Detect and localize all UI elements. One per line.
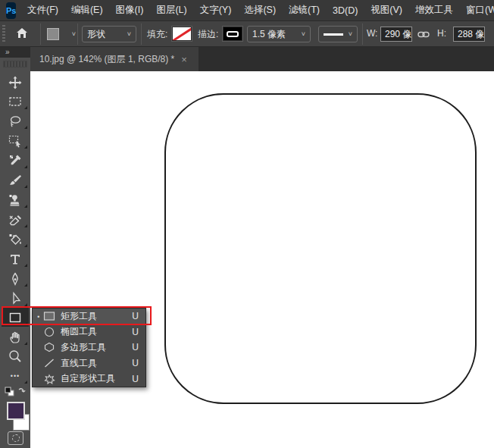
type-tool-button[interactable]: [2, 249, 29, 268]
options-bar-grip[interactable]: [2, 25, 5, 43]
clone-stamp-tool-button[interactable]: [2, 190, 29, 209]
menu-image[interactable]: 图像(I): [109, 0, 150, 21]
paint-bucket-icon: [8, 232, 23, 247]
foreground-color-swatch[interactable]: [7, 402, 25, 420]
toolbar-collapse-button[interactable]: »: [0, 47, 30, 58]
stroke-style-select[interactable]: ˅: [318, 26, 358, 42]
flyout-corner-icon: [24, 126, 27, 129]
brush-tool-button[interactable]: [2, 171, 29, 190]
stroke-preview-icon: [227, 31, 239, 37]
stroke-label: 描边:: [198, 28, 218, 41]
options-separator: [77, 23, 78, 45]
width-label: W:: [367, 28, 377, 39]
type-icon: [8, 252, 23, 267]
menu-file[interactable]: 文件(F): [20, 0, 64, 21]
flyout-item-label: 多边形工具: [61, 341, 106, 354]
move-tool-button[interactable]: [2, 73, 29, 92]
path-selection-tool-button[interactable]: [2, 289, 29, 308]
flyout-corner-icon: [24, 381, 27, 384]
no-fill-slash-icon: [172, 27, 192, 41]
rectangle-tool-button[interactable]: [2, 308, 29, 327]
eraser-tool-button[interactable]: [2, 210, 29, 229]
link-dimensions-icon[interactable]: [417, 29, 430, 42]
menu-view[interactable]: 视图(V): [364, 0, 409, 21]
tool-preset-dropdown[interactable]: ˅: [47, 27, 76, 42]
rounded-rectangle-shape[interactable]: [164, 93, 477, 404]
options-separator: [362, 23, 363, 45]
menu-window[interactable]: 窗口(W): [460, 0, 494, 21]
flyout-item-label: 自定形状工具: [61, 372, 115, 385]
ellipsis-icon: •••: [11, 372, 20, 380]
object-selection-tool-button[interactable]: [2, 131, 29, 150]
hand-icon: [8, 330, 23, 345]
menu-layer[interactable]: 图层(L): [150, 0, 193, 21]
menu-select[interactable]: 选择(S): [238, 0, 283, 21]
flyout-item-shortcut: U: [132, 311, 139, 321]
photoshop-logo-icon: Ps: [6, 2, 16, 19]
rectangle-tool-icon: [42, 311, 57, 321]
hand-tool-button[interactable]: [2, 327, 29, 346]
ellipse-tool-icon: [42, 327, 57, 337]
rectangle-icon: [8, 310, 23, 325]
flyout-item-rectangle-tool[interactable]: ▪ 矩形工具 U: [33, 309, 145, 324]
flyout-corner-icon: [24, 284, 27, 287]
flyout-item-line-tool[interactable]: 直线工具 U: [33, 356, 145, 371]
shape-tools-flyout-menu: ▪ 矩形工具 U 椭圆工具 U 多边形工具 U: [32, 308, 146, 387]
stroke-width-select[interactable]: 1.5 像素 ˅: [247, 26, 311, 42]
toolbar-grip[interactable]: [3, 61, 27, 67]
menu-bar: Ps 文件(F) 编辑(E) 图像(I) 图层(L) 文字(Y) 选择(S) 滤…: [0, 0, 494, 21]
fill-color-swatch[interactable]: [172, 27, 192, 41]
flyout-corner-icon: [24, 106, 27, 109]
quick-mask-mode-button[interactable]: [8, 431, 23, 445]
flyout-corner-icon: [24, 342, 27, 345]
lasso-tool-button[interactable]: [2, 111, 29, 130]
chevron-down-icon: ˅: [123, 30, 131, 38]
menu-type[interactable]: 文字(Y): [193, 0, 238, 21]
rectangular-marquee-tool-button[interactable]: [2, 92, 29, 111]
marquee-icon: [8, 94, 23, 109]
tool-options-bar: ˅ 形状 ˅ 填充: 描边: 1.5 像素 ˅ ˅ W: 290 像: [0, 21, 494, 47]
flyout-corner-icon: [24, 322, 27, 325]
shape-mode-select[interactable]: 形状 ˅: [82, 26, 136, 42]
flyout-item-polygon-tool[interactable]: 多边形工具 U: [33, 340, 145, 356]
eyedropper-tool-button[interactable]: [2, 151, 29, 170]
chevron-down-icon: ˅: [344, 30, 352, 38]
options-separator: [40, 23, 41, 45]
solid-line-icon: [324, 33, 343, 36]
shape-width-input[interactable]: 290 像: [380, 27, 412, 42]
edit-toolbar-button[interactable]: •••: [2, 366, 29, 385]
paint-bucket-tool-button[interactable]: [2, 230, 29, 249]
current-tool-bullet: ▪: [36, 313, 42, 320]
flyout-item-custom-shape-tool[interactable]: 自定形状工具 U: [33, 371, 145, 387]
tools-panel: •••: [0, 58, 30, 448]
default-and-swap-colors[interactable]: [2, 385, 29, 400]
zoom-tool-button[interactable]: [2, 346, 29, 365]
document-canvas[interactable]: [30, 71, 494, 448]
object-selection-icon: [8, 133, 23, 149]
menu-filter[interactable]: 滤镜(T): [283, 0, 327, 21]
menu-edit[interactable]: 编辑(E): [64, 0, 109, 21]
pen-icon: [8, 271, 23, 287]
photoshop-window: Ps 文件(F) 编辑(E) 图像(I) 图层(L) 文字(Y) 选择(S) 滤…: [0, 0, 494, 448]
close-tab-icon[interactable]: ×: [181, 54, 187, 65]
flyout-item-ellipse-tool[interactable]: 椭圆工具 U: [33, 324, 145, 340]
polygon-tool-icon: [42, 342, 57, 352]
flyout-item-shortcut: U: [132, 374, 139, 384]
flyout-item-shortcut: U: [132, 342, 139, 352]
stroke-color-swatch[interactable]: [223, 27, 242, 41]
custom-shape-tool-icon: [42, 374, 57, 384]
menu-plugins[interactable]: 增效工具: [409, 0, 460, 21]
lasso-icon: [8, 114, 23, 129]
home-icon[interactable]: [15, 27, 29, 43]
swap-colors-icon: [19, 389, 25, 392]
document-tab[interactable]: 10.jpg @ 142% (图层 1, RGB/8) * ×: [30, 47, 199, 71]
menu-3d[interactable]: 3D(D): [327, 0, 364, 21]
rectangle-tool-preset-icon: [47, 28, 59, 40]
flyout-item-label: 直线工具: [61, 357, 97, 370]
pen-tool-button[interactable]: [2, 269, 29, 288]
double-chevron-icon: »: [5, 48, 10, 56]
chevron-down-icon: ˅: [297, 30, 305, 38]
shape-height-input[interactable]: 288 像: [453, 27, 485, 42]
height-label: H:: [437, 28, 446, 39]
clone-stamp-icon: [8, 193, 23, 208]
